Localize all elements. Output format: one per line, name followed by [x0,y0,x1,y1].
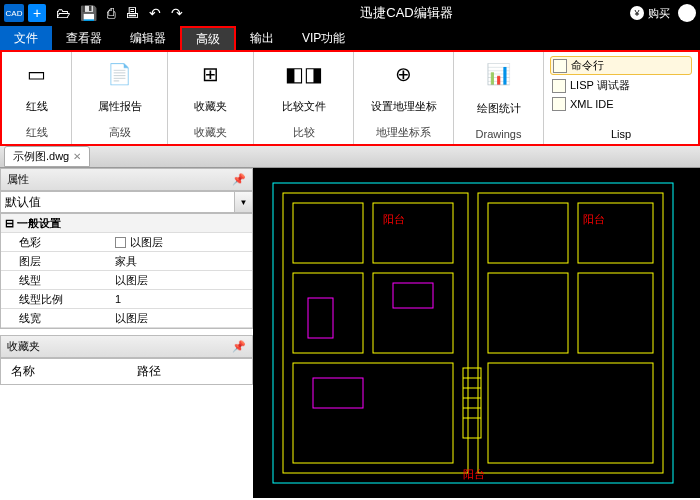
svg-rect-13 [308,298,333,338]
document-tabs: 示例图.dwg✕ [0,146,700,168]
menu-output[interactable]: 输出 [236,26,288,50]
print-icon[interactable]: 🖶 [125,5,139,21]
prop-section[interactable]: ⊟ 一般设置 [1,214,252,233]
prop-row[interactable]: 线宽以图层 [1,309,252,328]
buy-button[interactable]: ¥购买 [630,6,670,21]
menu-viewer[interactable]: 查看器 [52,26,116,50]
ribbon-stats[interactable]: 📊绘图统计Drawings [454,52,544,144]
debug-icon [552,79,566,93]
close-icon[interactable]: ✕ [73,151,81,162]
prop-row[interactable]: 图层家具 [1,252,252,271]
svg-rect-10 [488,273,568,353]
left-panel: 属性📌 ▼ ⊟ 一般设置 色彩以图层 图层家具 线型以图层 线型比例1 线宽以图… [0,168,253,498]
ribbon-redline[interactable]: ▭红线红线 [2,52,72,144]
menu-advanced[interactable]: 高级 [180,26,236,50]
svg-text:阳台: 阳台 [463,468,485,480]
lisp-xml-ide[interactable]: XML IDE [550,96,692,112]
title-bar: CAD + 🗁 💾 ⎙ 🖶 ↶ ↷ 迅捷CAD编辑器 ¥购买 [0,0,700,26]
favorites-icon: ⊞ [195,58,227,90]
menu-bar: 文件 查看器 编辑器 高级 输出 VIP功能 [0,26,700,50]
properties-header: 属性📌 [0,168,253,191]
favorites-columns: 名称路径 [0,358,253,385]
menu-editor[interactable]: 编辑器 [116,26,180,50]
default-input[interactable] [1,192,234,212]
ribbon-geo[interactable]: ⊕设置地理坐标地理坐标系 [354,52,454,144]
ribbon-favorites[interactable]: ⊞收藏夹收藏夹 [168,52,254,144]
lisp-cmdline[interactable]: 命令行 [550,56,692,75]
cmd-icon [553,59,567,73]
undo-icon[interactable]: ↶ [149,5,161,21]
svg-rect-2 [478,193,663,473]
app-title: 迅捷CAD编辑器 [183,4,630,22]
coin-icon: ¥ [630,6,644,20]
open-icon[interactable]: 🗁 [56,5,70,21]
favorites-header: 收藏夹📌 [0,335,253,358]
floorplan: 阳台 阳台 阳台 [253,168,700,498]
svg-rect-1 [283,193,468,473]
xml-icon [552,97,566,111]
ribbon-compare[interactable]: ◧◨比较文件比较 [254,52,354,144]
prop-row[interactable]: 色彩以图层 [1,233,252,252]
svg-rect-6 [373,273,453,353]
svg-rect-14 [393,283,433,308]
ribbon-lisp-group: 命令行 LISP 调试器 XML IDE Lisp [544,52,698,144]
menu-file[interactable]: 文件 [0,26,52,50]
menu-vip[interactable]: VIP功能 [288,26,359,50]
svg-rect-5 [293,273,363,353]
ribbon: ▭红线红线 📄属性报告高级 ⊞收藏夹收藏夹 ◧◨比较文件比较 ⊕设置地理坐标地理… [0,50,700,146]
save-icon[interactable]: 💾 [80,5,97,21]
svg-rect-3 [293,203,363,263]
user-avatar[interactable] [678,4,696,22]
compare-icon: ◧◨ [288,58,320,90]
lisp-group-label: Lisp [550,128,692,140]
pin-icon[interactable]: 📌 [232,173,246,186]
app-logo: CAD [4,4,24,22]
pin-icon[interactable]: 📌 [232,340,246,353]
prop-row[interactable]: 线型以图层 [1,271,252,290]
chevron-down-icon[interactable]: ▼ [234,192,252,212]
svg-text:阳台: 阳台 [383,213,405,225]
stats-icon: 📊 [483,58,515,90]
report-icon: 📄 [104,58,136,90]
default-combo[interactable]: ▼ [0,191,253,213]
favorites-panel: 收藏夹📌 名称路径 [0,335,253,498]
drawing-canvas[interactable]: 阳台 阳台 阳台 [253,168,700,498]
saveas-icon[interactable]: ⎙ [107,5,115,21]
document-tab[interactable]: 示例图.dwg✕ [4,146,90,167]
svg-rect-4 [373,203,453,263]
prop-row[interactable]: 线型比例1 [1,290,252,309]
svg-rect-15 [313,378,363,408]
svg-rect-12 [488,363,653,463]
doc-icon: ▭ [21,58,53,90]
new-button[interactable]: + [28,4,46,22]
ribbon-attr-report[interactable]: 📄属性报告高级 [72,52,168,144]
lisp-debugger[interactable]: LISP 调试器 [550,77,692,94]
redo-icon[interactable]: ↷ [171,5,183,21]
checkbox[interactable] [115,237,126,248]
svg-rect-9 [578,203,653,263]
svg-rect-11 [578,273,653,353]
property-list: ⊟ 一般设置 色彩以图层 图层家具 线型以图层 线型比例1 线宽以图层 [0,213,253,329]
svg-text:阳台: 阳台 [583,213,605,225]
svg-rect-8 [488,203,568,263]
geo-icon: ⊕ [388,58,420,90]
